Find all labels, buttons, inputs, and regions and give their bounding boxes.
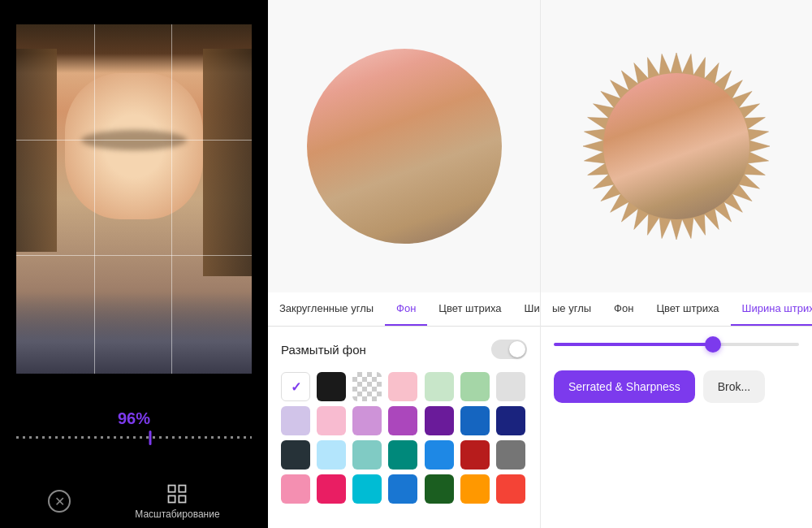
middle-panel: Закругленные углы Фон Цвет штриха Шир...… [268, 0, 540, 528]
color-swatch-transparent[interactable] [352, 372, 382, 401]
slider-track [16, 436, 252, 439]
color-swatch-blue-sky[interactable] [317, 440, 346, 470]
zoom-slider[interactable] [16, 436, 252, 439]
bottom-bar: ✕ Масштабирование [0, 474, 268, 520]
blur-toggle[interactable] [491, 340, 527, 359]
color-swatch-orange[interactable] [460, 474, 490, 504]
right-tabs: ые углы Фон Цвет штриха Ширина штриха [541, 292, 812, 327]
color-grid: ✓ [281, 372, 527, 504]
left-image-container [16, 24, 252, 374]
cancel-button[interactable]: ✕ [48, 490, 71, 513]
right-tab-background[interactable]: Фон [603, 292, 645, 326]
color-swatch-white[interactable]: ✓ [281, 372, 310, 401]
color-swatch-gray-light[interactable] [496, 372, 525, 401]
color-swatch-magenta[interactable] [317, 474, 346, 504]
color-swatch-pink-light[interactable] [388, 372, 417, 401]
right-panel: ые углы Фон Цвет штриха Ширина штриха Se… [540, 0, 812, 528]
scale-icon [166, 483, 188, 505]
stroke-slider[interactable] [554, 343, 799, 346]
scale-button[interactable]: Масштабирование [135, 483, 219, 520]
stroke-slider-thumb [705, 336, 721, 353]
left-panel: 96% ✕ Масштабирование [0, 0, 268, 528]
broken-button[interactable]: Brok... [703, 370, 765, 403]
middle-photo-inner [307, 49, 502, 244]
color-swatch-navy[interactable] [496, 406, 525, 435]
svg-rect-3 [179, 496, 186, 502]
right-tab-rounded[interactable]: ые углы [541, 292, 603, 326]
color-swatch-red-bright[interactable] [496, 474, 525, 504]
color-swatch-green-light[interactable] [425, 372, 454, 401]
color-swatch-purple-dark[interactable] [425, 406, 454, 435]
color-swatch-teal-mid[interactable] [388, 440, 417, 470]
slider-thumb [149, 431, 152, 445]
color-swatch-lavender[interactable] [281, 406, 310, 435]
serrated-sharpness-button[interactable]: Serrated & Sharpness [554, 370, 695, 403]
blur-label: Размытый фон [281, 343, 366, 357]
tab-stroke-width-mid[interactable]: Шир... [513, 292, 540, 326]
cancel-icon: ✕ [48, 490, 71, 513]
right-circle-photo [579, 49, 774, 244]
color-swatch-black[interactable] [317, 372, 346, 401]
color-swatch-blue-mid[interactable] [460, 406, 490, 435]
color-swatch-purple-mid[interactable] [388, 406, 417, 435]
toggle-knob [509, 341, 525, 357]
color-swatch-cyan[interactable] [352, 474, 382, 504]
blur-toggle-row: Размытый фон [281, 340, 527, 359]
svg-rect-0 [169, 486, 175, 492]
color-swatch-pink-pale[interactable] [317, 406, 346, 435]
stroke-slider-row [554, 343, 799, 346]
left-controls: 96% [0, 409, 268, 439]
color-swatch-gray-mid[interactable] [496, 440, 525, 470]
left-photo [16, 24, 252, 374]
middle-content: Размытый фон ✓ [268, 327, 540, 528]
middle-image-area [268, 0, 540, 292]
tab-stroke-color[interactable]: Цвет штриха [427, 292, 512, 326]
serrated-circle-svg [579, 49, 774, 244]
scale-label: Масштабирование [135, 509, 219, 520]
color-swatch-green-dark[interactable] [425, 474, 454, 504]
color-swatch-teal-light[interactable] [352, 440, 382, 470]
color-swatch-purple-light[interactable] [352, 406, 382, 435]
svg-rect-1 [179, 486, 186, 492]
tab-background[interactable]: Фон [385, 292, 427, 326]
right-image-area [541, 0, 812, 292]
right-tab-stroke-width[interactable]: Ширина штриха [731, 292, 812, 326]
color-swatch-navy-dark[interactable] [281, 440, 310, 470]
middle-tabs: Закругленные углы Фон Цвет штриха Шир... [268, 292, 540, 327]
right-content: Serrated & Sharpness Brok... [541, 327, 812, 528]
right-tab-stroke-color[interactable]: Цвет штриха [645, 292, 730, 326]
tab-rounded[interactable]: Закругленные углы [268, 292, 385, 326]
svg-rect-2 [169, 496, 175, 502]
color-swatch-red-dark[interactable] [460, 440, 490, 470]
color-swatch-pink-hot[interactable] [281, 474, 310, 504]
color-swatch-green-mid[interactable] [460, 372, 490, 401]
shape-buttons-row: Serrated & Sharpness Brok... [554, 370, 799, 403]
color-swatch-blue-bright[interactable] [425, 440, 454, 470]
zoom-percentage: 96% [118, 409, 150, 428]
middle-circle-photo [307, 49, 502, 244]
checkmark-icon: ✓ [291, 379, 301, 395]
color-swatch-blue-royal[interactable] [388, 474, 417, 504]
